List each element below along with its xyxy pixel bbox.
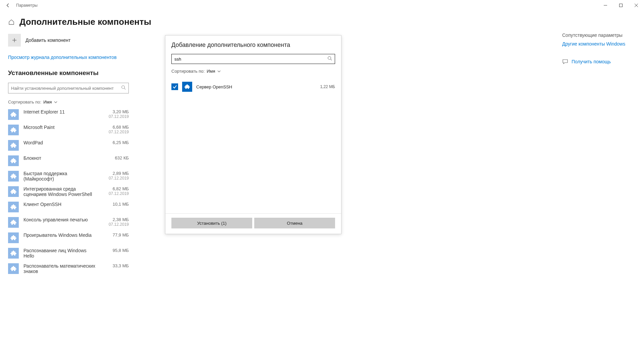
dialog-title: Добавление дополнительного компонента (171, 42, 335, 49)
search-icon (327, 56, 332, 62)
dialog-item[interactable]: Сервер OpenSSH1,22 МБ (171, 80, 335, 94)
checkbox[interactable] (171, 83, 178, 90)
svg-line-9 (331, 59, 332, 61)
dialog-sort[interactable]: Сортировать по: Имя (171, 69, 335, 74)
dialog-list: Сервер OpenSSH1,22 МБ (165, 77, 341, 213)
dialog-item-size: 1,22 МБ (320, 84, 335, 89)
install-button[interactable]: Установить (1) (171, 218, 252, 228)
dialog-search-input[interactable] (174, 57, 327, 62)
add-feature-dialog: Добавление дополнительного компонента Со… (165, 35, 341, 234)
dialog-item-name: Сервер OpenSSH (196, 84, 316, 89)
chevron-down-icon (217, 70, 221, 73)
sort-value: Имя (207, 69, 215, 74)
sort-label: Сортировать по: (171, 69, 205, 74)
dialog-overlay: Добавление дополнительного компонента Со… (0, 0, 644, 348)
feature-icon (182, 82, 192, 92)
svg-point-8 (328, 57, 331, 60)
cancel-button[interactable]: Отмена (254, 218, 335, 228)
dialog-search[interactable] (171, 54, 335, 64)
